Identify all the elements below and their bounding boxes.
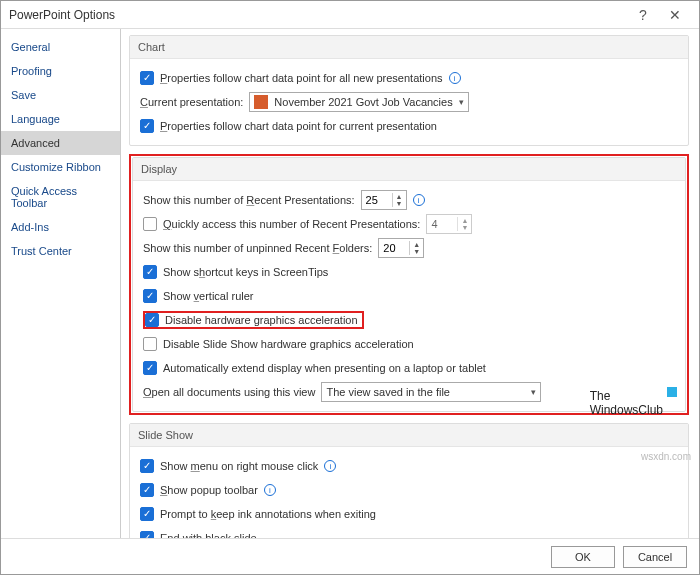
help-button[interactable]: ? <box>627 1 659 29</box>
display-highlight-frame: Display Show this number of Recent Prese… <box>129 154 689 415</box>
chart-follow-current-checkbox[interactable] <box>140 119 154 133</box>
group-slideshow: Slide Show Show menu on right mouse clic… <box>129 423 689 538</box>
chart-follow-all-checkbox[interactable] <box>140 71 154 85</box>
quick-access-label: Quickly access this number of Recent Pre… <box>163 218 420 230</box>
group-display: Display Show this number of Recent Prese… <box>132 157 686 412</box>
group-display-title: Display <box>133 158 685 181</box>
info-icon[interactable]: i <box>449 72 461 84</box>
shortcut-keys-label: Show shortcut keys in ScreenTips <box>163 266 328 278</box>
info-icon[interactable]: i <box>264 484 276 496</box>
sidebar-item-save[interactable]: Save <box>1 83 120 107</box>
vertical-ruler-label: Show vertical ruler <box>163 290 253 302</box>
sidebar-item-customize-ribbon[interactable]: Customize Ribbon <box>1 155 120 179</box>
end-black-checkbox[interactable] <box>140 531 154 538</box>
sidebar: General Proofing Save Language Advanced … <box>1 29 121 538</box>
keep-ink-label: Prompt to keep ink annotations when exit… <box>160 508 376 520</box>
recent-presentations-value[interactable] <box>362 194 392 206</box>
content-pane: Chart Properties follow chart data point… <box>121 29 699 538</box>
popup-toolbar-label: Show popup toolbar <box>160 484 258 496</box>
recent-presentations-spinner[interactable]: ▲▼ <box>361 190 407 210</box>
sidebar-item-advanced[interactable]: Advanced <box>1 131 120 155</box>
options-dialog: PowerPoint Options ? ✕ General Proofing … <box>0 0 700 575</box>
group-slideshow-title: Slide Show <box>130 424 688 447</box>
recent-folders-value[interactable] <box>379 242 409 254</box>
info-icon[interactable]: i <box>324 460 336 472</box>
watermark: wsxdn.com <box>641 451 691 462</box>
auto-extend-checkbox[interactable] <box>143 361 157 375</box>
dialog-footer: OK Cancel <box>1 538 699 574</box>
quick-access-checkbox[interactable] <box>143 217 157 231</box>
open-documents-value: The view saved in the file <box>326 386 450 398</box>
presentation-icon <box>254 95 268 109</box>
chart-follow-current-label: Properties follow chart data point for c… <box>160 120 437 132</box>
ok-button[interactable]: OK <box>551 546 615 568</box>
chevron-down-icon: ▾ <box>459 97 464 107</box>
logo-square-icon <box>667 387 677 397</box>
logo-line2: WindowsClub <box>590 403 663 417</box>
logo-line1: The <box>590 389 663 403</box>
sidebar-item-general[interactable]: General <box>1 35 120 59</box>
dialog-body: General Proofing Save Language Advanced … <box>1 29 699 538</box>
sidebar-item-proofing[interactable]: Proofing <box>1 59 120 83</box>
cancel-button[interactable]: Cancel <box>623 546 687 568</box>
group-chart-title: Chart <box>130 36 688 59</box>
open-documents-select[interactable]: The view saved in the file ▾ <box>321 382 541 402</box>
dialog-title: PowerPoint Options <box>9 8 627 22</box>
chart-follow-all-label: Properties follow chart data point for a… <box>160 72 443 84</box>
quick-access-value <box>427 218 457 230</box>
windowsclub-logo: The WindowsClub <box>590 389 663 417</box>
show-menu-label: Show menu on right mouse click <box>160 460 318 472</box>
current-presentation-value: November 2021 Govt Job Vacancies <box>274 96 452 108</box>
close-button[interactable]: ✕ <box>659 1 691 29</box>
disable-ss-hw-label: Disable Slide Show hardware graphics acc… <box>163 338 414 350</box>
keep-ink-checkbox[interactable] <box>140 507 154 521</box>
open-documents-label: Open all documents using this view <box>143 386 315 398</box>
disable-hw-checkbox[interactable] <box>145 313 159 327</box>
current-presentation-label: Current presentation: <box>140 96 243 108</box>
recent-presentations-label: Show this number of Recent Presentations… <box>143 194 355 206</box>
disable-ss-hw-checkbox[interactable] <box>143 337 157 351</box>
current-presentation-select[interactable]: November 2021 Govt Job Vacancies ▾ <box>249 92 468 112</box>
quick-access-spinner: ▲▼ <box>426 214 472 234</box>
end-black-label: End with black slide <box>160 532 257 538</box>
disable-hw-label: Disable hardware graphics acceleration <box>165 314 358 326</box>
sidebar-item-trust-center[interactable]: Trust Center <box>1 239 120 263</box>
auto-extend-label: Automatically extend display when presen… <box>163 362 486 374</box>
recent-folders-spinner[interactable]: ▲▼ <box>378 238 424 258</box>
titlebar: PowerPoint Options ? ✕ <box>1 1 699 29</box>
sidebar-item-quick-access-toolbar[interactable]: Quick Access Toolbar <box>1 179 120 215</box>
shortcut-keys-checkbox[interactable] <box>143 265 157 279</box>
chevron-down-icon: ▾ <box>531 387 536 397</box>
popup-toolbar-checkbox[interactable] <box>140 483 154 497</box>
show-menu-checkbox[interactable] <box>140 459 154 473</box>
sidebar-item-language[interactable]: Language <box>1 107 120 131</box>
disable-hw-highlight-frame: Disable hardware graphics acceleration <box>143 311 364 329</box>
info-icon[interactable]: i <box>413 194 425 206</box>
recent-folders-label: Show this number of unpinned Recent Fold… <box>143 242 372 254</box>
group-chart: Chart Properties follow chart data point… <box>129 35 689 146</box>
sidebar-item-add-ins[interactable]: Add-Ins <box>1 215 120 239</box>
vertical-ruler-checkbox[interactable] <box>143 289 157 303</box>
